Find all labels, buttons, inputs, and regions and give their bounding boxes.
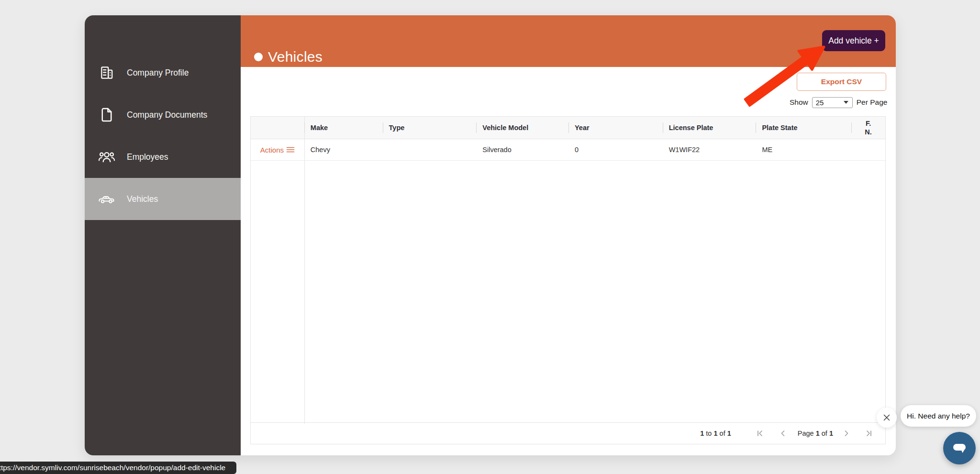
building-icon xyxy=(98,65,115,81)
column-header-year: Year xyxy=(568,117,663,139)
first-page-icon xyxy=(756,430,764,437)
table-row: Actions Chevy Silverado 0 W1WIF22 ME xyxy=(251,139,885,161)
cell-plate-state: ME xyxy=(756,139,851,160)
row-range-summary: 1 to 1 of 1 xyxy=(700,430,731,437)
sidebar-item-employees[interactable]: Employees xyxy=(85,136,241,178)
table-footer: 1 to 1 of 1 Page 1 of 1 xyxy=(251,422,885,444)
cell-type xyxy=(383,139,477,160)
close-icon xyxy=(882,413,891,422)
status-bar-url-tooltip: https://vendor.symliv.com/sunrisebeach/v… xyxy=(0,462,236,474)
actions-column-divider xyxy=(304,117,305,424)
column-header-vehicle-model: Vehicle Model xyxy=(476,117,568,139)
car-icon xyxy=(98,193,115,205)
sidebar-item-label: Vehicles xyxy=(127,194,158,204)
sidebar-item-label: Company Profile xyxy=(127,68,189,78)
column-header-plate-state: Plate State xyxy=(756,117,851,139)
document-icon xyxy=(98,107,115,122)
show-label: Show xyxy=(790,98,808,107)
chat-greeting-text: Hi. Need any help? xyxy=(907,412,970,420)
per-page-control: Show 25 Per Page xyxy=(790,97,887,108)
next-page-button[interactable] xyxy=(843,430,850,437)
table-header-row: Make Type Vehicle Model Year License Pla… xyxy=(251,117,885,139)
cell-year: 0 xyxy=(568,139,663,160)
chevron-right-icon xyxy=(843,430,850,437)
page-title: Vehicles xyxy=(268,49,323,65)
previous-page-button[interactable] xyxy=(779,430,787,437)
sidebar-item-label: Employees xyxy=(127,152,168,162)
sidebar-item-vehicles[interactable]: Vehicles xyxy=(85,178,241,220)
hamburger-menu-icon xyxy=(286,146,295,153)
chat-bubble-icon xyxy=(951,441,968,455)
last-page-icon xyxy=(865,430,873,437)
export-csv-button[interactable]: Export CSV xyxy=(797,73,886,91)
status-url-text: https://vendor.symliv.com/sunrisebeach/v… xyxy=(0,463,225,472)
add-vehicle-button[interactable]: Add vehicle + xyxy=(822,30,885,51)
column-header-make: Make xyxy=(304,117,383,139)
title-bullet-icon xyxy=(254,53,263,61)
first-page-button[interactable] xyxy=(756,430,764,437)
cell-vehicle-model: Silverado xyxy=(476,139,568,160)
chat-dismiss-button[interactable] xyxy=(877,408,897,428)
page-indicator: Page 1 of 1 xyxy=(798,430,833,437)
sidebar: Company Profile Company Documents xyxy=(85,15,241,455)
cell-make: Chevy xyxy=(304,139,383,160)
page-header: Vehicles Add vehicle + xyxy=(241,15,896,67)
sidebar-nav: Company Profile Company Documents xyxy=(85,15,241,220)
cell-fn xyxy=(851,139,885,160)
column-header-fn: F. N. xyxy=(851,117,885,139)
row-actions-button[interactable]: Actions xyxy=(251,139,304,160)
users-icon xyxy=(98,150,115,164)
column-header-actions xyxy=(251,117,304,139)
vendor-portal-page: Company Profile Company Documents xyxy=(0,0,980,474)
chat-launcher-button[interactable] xyxy=(943,432,976,464)
sidebar-item-company-documents[interactable]: Company Documents xyxy=(85,94,241,136)
actions-label: Actions xyxy=(260,146,284,154)
sidebar-item-label: Company Documents xyxy=(127,110,207,120)
column-header-type: Type xyxy=(383,117,477,139)
cell-license-plate: W1WIF22 xyxy=(663,139,756,160)
vehicles-table: Make Type Vehicle Model Year License Pla… xyxy=(250,116,886,444)
chevron-left-icon xyxy=(779,430,787,437)
per-page-label: Per Page xyxy=(857,98,888,107)
chevron-down-icon xyxy=(844,101,848,104)
chat-greeting-bubble[interactable]: Hi. Need any help? xyxy=(901,405,976,427)
column-header-license-plate: License Plate xyxy=(663,117,756,139)
last-page-button[interactable] xyxy=(865,430,873,437)
sidebar-item-company-profile[interactable]: Company Profile xyxy=(85,52,241,94)
per-page-value: 25 xyxy=(816,99,824,107)
per-page-select[interactable]: 25 xyxy=(812,97,853,108)
